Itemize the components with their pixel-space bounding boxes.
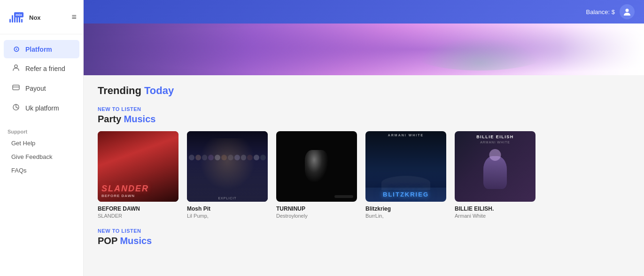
card-before-dawn-title: BEFORE DAWN [98,205,178,212]
card-turninup-subtitle: Destroylonely [276,213,357,219]
sidebar-item-refer[interactable]: Refer a friend [4,59,79,78]
get-help-link[interactable]: Get Help [8,136,76,150]
card-before-dawn-subtitle: SLANDER [98,213,178,219]
svg-point-0 [15,65,17,68]
card-mosh-pit-art: EXPLICIT [187,131,268,202]
balance-label: Balance: $ [586,8,615,16]
party-section-label: NEW TO LISTEN [98,106,630,112]
main-content: Balance: $ Trending Today NEW TO LISTEN … [84,0,644,276]
card-turninup[interactable]: TURNINUP Destroylonely [276,131,357,219]
payout-icon [11,84,21,93]
card-before-dawn-art: SLANDER BEFORE DAWN [98,131,178,202]
card-before-dawn[interactable]: SLANDER BEFORE DAWN BEFORE DAWN SLANDER [98,131,178,219]
pop-section-label: NEW TO LISTEN [98,228,630,234]
card-mosh-pit-title: Mosh Pit [187,205,268,212]
app-logo: mix [7,8,25,25]
card-turninup-art [276,131,357,202]
sidebar-item-uk-label: Uk platform [25,104,59,112]
sidebar-item-platform-label: Platform [25,46,52,53]
pop-section-title: POP Musics [98,236,630,246]
trending-section: Trending Today [84,75,644,102]
party-cards-row: SLANDER BEFORE DAWN BEFORE DAWN SLANDER [98,131,630,219]
card-blitzkrieg[interactable]: ARMANI WHITE BLITZKRIEG Blitzkrieg BurrL… [365,131,446,219]
hero-banner [84,24,644,75]
topbar: Balance: $ [84,0,644,24]
sidebar-item-refer-label: Refer a friend [25,65,65,72]
trending-title: Trending Today [98,85,630,97]
card-mosh-pit-subtitle: Lil Pump, [187,213,268,219]
sidebar-logo-area: mix Nox ≡ [0,0,83,34]
sidebar-item-payout-label: Payout [25,85,46,92]
sidebar-nav: ⊙ Platform Refer a friend Payout Uk plat… [0,34,83,123]
support-section: Support Get Help Give Feedback FAQs [0,123,83,179]
card-billie-eilish-subtitle: Armani White [455,213,535,219]
card-billie-eilish-title: BILLIE EILISH. [455,205,535,212]
card-billie-eilish-art: BILLIE EILISH ARMANI WHITE [455,131,535,202]
svg-point-3 [626,9,629,12]
sidebar-item-platform[interactable]: ⊙ Platform [4,40,79,58]
party-section-title: Party Musics [98,114,630,125]
refer-icon [11,64,21,73]
faqs-link[interactable]: FAQs [8,164,76,177]
platform-icon: ⊙ [11,45,21,54]
mix-badge: mix [14,12,23,17]
sidebar-item-uk-platform[interactable]: Uk platform [4,99,79,118]
sidebar: mix Nox ≡ ⊙ Platform Refer a friend Payo… [0,0,84,276]
give-feedback-link[interactable]: Give Feedback [8,150,76,164]
card-blitzkrieg-title: Blitzkrieg [365,205,446,212]
logo-text: Nox [29,14,41,21]
sidebar-item-payout[interactable]: Payout [4,79,79,98]
pop-section: NEW TO LISTEN POP Musics [84,223,644,258]
user-avatar[interactable] [620,4,635,19]
svg-rect-1 [13,85,19,90]
card-billie-eilish[interactable]: BILLIE EILISH ARMANI WHITE BILLIE EILISH… [455,131,535,219]
card-turninup-title: TURNINUP [276,205,357,212]
uk-platform-icon [11,103,21,113]
card-blitzkrieg-subtitle: BurrLin, [365,213,446,219]
card-blitzkrieg-art: ARMANI WHITE BLITZKRIEG [365,131,446,202]
card-mosh-pit[interactable]: EXPLICIT Mosh Pit Lil Pump, [187,131,268,219]
party-section: NEW TO LISTEN Party Musics SLANDER BEFOR… [84,102,644,223]
hamburger-button[interactable]: ≡ [71,13,77,21]
support-heading: Support [8,129,76,134]
